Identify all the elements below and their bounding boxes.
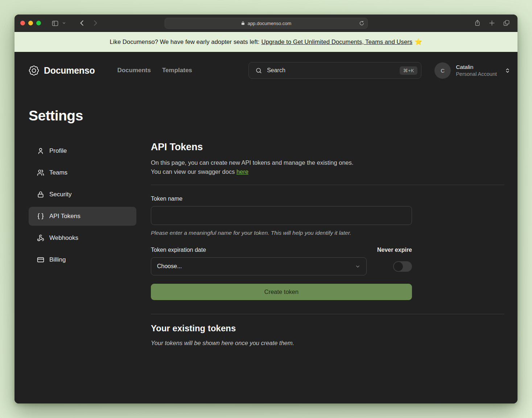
app-header: Documenso Documents Templates Search ⌘+K…	[15, 52, 517, 89]
account-type: Personal Account	[456, 71, 497, 78]
star-icon: ⭐	[415, 38, 422, 46]
sidebar-item-label: Security	[49, 191, 71, 198]
sidebar-item-profile[interactable]: Profile	[29, 142, 136, 160]
toggle-knob	[394, 262, 403, 271]
divider	[151, 314, 504, 314]
existing-tokens-heading: Your existing tokens	[151, 323, 504, 333]
settings-sidebar: Profile Teams Security	[29, 142, 136, 347]
search-shortcut-badge: ⌘+K	[400, 66, 417, 75]
token-name-input[interactable]	[151, 206, 412, 225]
sidebar-item-teams[interactable]: Teams	[29, 163, 136, 182]
sidebar-item-label: Profile	[49, 147, 67, 155]
sidebar-item-api-tokens[interactable]: API Tokens	[29, 207, 136, 226]
chevron-down-icon	[355, 264, 360, 269]
sidebar-toggle-icon[interactable]	[50, 18, 61, 29]
ssl-lock-icon	[241, 21, 245, 25]
nav-documents[interactable]: Documents	[117, 67, 151, 74]
documenso-logo-icon	[29, 65, 39, 76]
account-menu[interactable]: C Catalin Personal Account	[434, 62, 510, 79]
search-input[interactable]: Search ⌘+K	[248, 62, 421, 79]
never-expire-toggle[interactable]	[393, 261, 412, 272]
brand-name: Documenso	[44, 65, 95, 76]
upgrade-link[interactable]: Upgrade to Get Unlimited Documents, Team…	[261, 38, 413, 45]
sidebar-item-label: API Tokens	[49, 213, 81, 220]
search-icon	[255, 67, 262, 74]
new-tab-icon[interactable]	[486, 18, 497, 29]
avatar: C	[434, 62, 451, 79]
back-button[interactable]	[77, 18, 87, 29]
credit-card-icon	[37, 256, 44, 263]
divider	[151, 185, 504, 185]
expiration-label: Token expiration date	[151, 247, 206, 253]
url-text: app.documenso.com	[248, 21, 292, 26]
tab-overview-icon[interactable]	[501, 18, 512, 29]
promo-banner: Like Documenso? We have few early adopte…	[15, 32, 517, 52]
sidebar-item-label: Billing	[49, 256, 66, 263]
nav-templates[interactable]: Templates	[162, 67, 192, 74]
section-description: On this page, you can create new API tok…	[151, 158, 504, 176]
promo-text: Like Documenso? We have few early adopte…	[110, 38, 259, 45]
webhook-icon	[37, 234, 44, 242]
account-name: Catalin	[456, 63, 497, 71]
existing-tokens-empty-text: Your tokens will be shown here once you …	[151, 340, 504, 347]
never-expire-label: Never expire	[377, 247, 412, 253]
create-token-button[interactable]: Create token	[151, 284, 412, 300]
chevrons-up-down-icon	[505, 68, 510, 73]
token-name-helper: Please enter a meaningful name for your …	[151, 230, 504, 236]
sidebar-item-security[interactable]: Security	[29, 185, 136, 204]
address-bar[interactable]: app.documenso.com	[165, 18, 368, 29]
sidebar-item-label: Teams	[49, 169, 67, 176]
app-content: Documenso Documents Templates Search ⌘+K…	[15, 52, 517, 403]
forward-button[interactable]	[90, 18, 100, 29]
window-controls	[20, 21, 41, 25]
braces-icon	[37, 213, 44, 220]
token-name-label: Token name	[151, 196, 504, 202]
description-line-1: On this page, you can create new API tok…	[151, 158, 504, 167]
browser-toolbar: app.documenso.com	[15, 15, 517, 32]
close-window-button[interactable]	[20, 21, 25, 25]
page-title: Settings	[29, 108, 503, 124]
swagger-docs-link[interactable]: here	[236, 168, 248, 175]
main-nav: Documents Templates	[117, 67, 192, 74]
expiration-select-value: Choose...	[157, 263, 182, 270]
expiration-select[interactable]: Choose...	[151, 257, 367, 275]
zoom-window-button[interactable]	[36, 21, 41, 25]
brand[interactable]: Documenso	[29, 65, 95, 76]
users-icon	[37, 169, 44, 176]
sidebar-item-webhooks[interactable]: Webhooks	[29, 229, 136, 247]
refresh-icon[interactable]	[359, 21, 364, 26]
sidebar-chevron-down-icon[interactable]	[61, 18, 67, 29]
description-line-2: You can view our swagger docs here	[151, 167, 504, 176]
sidebar-item-billing[interactable]: Billing	[29, 250, 136, 269]
sidebar-item-label: Webhooks	[49, 234, 78, 242]
browser-window: app.documenso.com Like Documenso? We hav…	[15, 15, 517, 403]
share-icon[interactable]	[472, 18, 483, 29]
lock-icon	[37, 191, 44, 198]
minimize-window-button[interactable]	[28, 21, 33, 25]
section-title: API Tokens	[151, 142, 504, 153]
search-placeholder: Search	[267, 67, 395, 74]
api-tokens-section: API Tokens On this page, you can create …	[151, 142, 504, 347]
user-icon	[37, 147, 44, 155]
